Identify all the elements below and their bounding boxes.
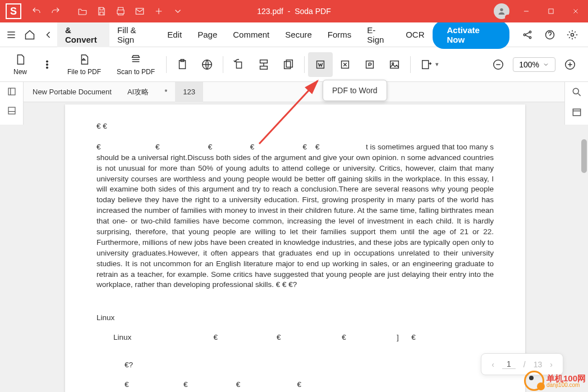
prev-page-icon[interactable]: ‹	[491, 360, 494, 369]
svg-rect-17	[286, 60, 292, 67]
close-button[interactable]	[563, 0, 588, 22]
left-dock	[0, 82, 24, 125]
menu-bar: & Convert Fill & Sign Edit Page Comment …	[0, 22, 588, 47]
page-total: 13	[534, 360, 543, 369]
watermark-title: 单机100网	[546, 374, 586, 382]
document-tab[interactable]: AI攻略	[120, 82, 157, 102]
scrollbar-thumb[interactable]	[581, 139, 587, 173]
clipboard-icon[interactable]	[170, 52, 195, 77]
svg-rect-16	[284, 61, 291, 69]
tab-fill-sign[interactable]: Fill & Sign	[109, 22, 159, 47]
tooltip-pdf-to-word: PDF to Word	[323, 80, 387, 101]
new-button[interactable]: New	[6, 49, 35, 80]
convert-toolbar: New File to PDF Scan to PDF ▾ 100%	[0, 47, 588, 82]
svg-rect-27	[8, 88, 15, 95]
save-icon[interactable]	[92, 0, 111, 22]
watermark-url: danji100.com	[546, 382, 586, 388]
svg-point-29	[573, 88, 578, 94]
pdf-to-ppt-button[interactable]	[357, 52, 382, 77]
window-icon[interactable]	[571, 107, 582, 120]
divider	[223, 56, 223, 73]
mail-icon[interactable]	[130, 0, 149, 22]
tab-ocr[interactable]: OCR	[398, 22, 432, 47]
redo-icon[interactable]	[46, 0, 65, 22]
page-number-input[interactable]	[502, 359, 516, 369]
file-to-pdf-button[interactable]: File to PDF	[59, 49, 109, 80]
svg-point-2	[523, 34, 525, 35]
tab-forms[interactable]: Forms	[320, 22, 360, 47]
svg-point-3	[529, 31, 531, 33]
window-title: 123.pdf - Soda PDF	[257, 7, 331, 16]
page-body-text: should be a universal right.Discuss both…	[97, 153, 494, 291]
chevron-down-icon[interactable]	[168, 0, 187, 22]
user-avatar[interactable]	[494, 3, 509, 19]
gear-icon[interactable]	[562, 25, 582, 45]
tab-comment[interactable]: Comment	[225, 22, 277, 47]
activate-button[interactable]: Activate Now	[433, 21, 509, 49]
document-tab[interactable]: New Portable Document	[25, 82, 120, 102]
search-icon[interactable]	[571, 86, 582, 100]
pdf-to-image-button[interactable]	[382, 52, 407, 77]
share-icon[interactable]	[517, 25, 538, 45]
zoom-in-icon[interactable]	[558, 52, 582, 77]
pdf-page[interactable]: € € € € € € € € t is sometimes argued th…	[65, 104, 525, 392]
document-tab-bar: New Portable Document AI攻略 * 123	[0, 82, 588, 102]
svg-point-8	[47, 63, 48, 65]
title-bar: S 123.pdf - Soda PDF	[0, 0, 588, 22]
app-logo: S	[6, 3, 21, 19]
zoom-select[interactable]: 100%	[513, 57, 555, 72]
scan-to-pdf-button[interactable]: Scan to PDF	[109, 49, 163, 80]
help-icon[interactable]	[540, 25, 560, 45]
divider	[166, 56, 167, 73]
home-icon[interactable]	[21, 25, 39, 45]
bookmark-icon[interactable]	[7, 106, 17, 118]
svg-rect-0	[136, 8, 144, 15]
zoom-out-icon[interactable]	[486, 52, 511, 77]
watermark-icon	[524, 371, 544, 391]
split-icon[interactable]	[251, 52, 276, 77]
more-icon[interactable]	[35, 52, 59, 77]
pdf-to-excel-button[interactable]	[333, 52, 357, 77]
tab-convert[interactable]: & Convert	[57, 22, 109, 47]
tab-esign[interactable]: E-Sign	[359, 22, 398, 47]
page-text: t is sometimes argued that too many s	[366, 142, 494, 153]
divider	[304, 56, 305, 73]
combine-icon[interactable]	[276, 52, 301, 77]
nav-back-icon[interactable]	[39, 25, 57, 45]
page-text: €?	[97, 360, 494, 371]
document-area: € € € € € € € € t is sometimes argued th…	[0, 102, 588, 392]
rotate-icon[interactable]	[227, 52, 251, 77]
maximize-button[interactable]	[539, 0, 563, 22]
undo-icon[interactable]	[27, 0, 46, 22]
pdf-to-word-button[interactable]	[308, 52, 333, 77]
page-text: Linux € € € ] €	[97, 332, 494, 343]
tab-secure[interactable]: Secure	[277, 22, 320, 47]
page-separator: /	[523, 360, 526, 369]
svg-rect-21	[391, 61, 399, 68]
document-tab[interactable]: 123	[175, 82, 203, 102]
svg-rect-13	[236, 62, 241, 68]
right-dock	[564, 82, 588, 125]
svg-point-4	[529, 37, 531, 38]
web-icon[interactable]	[195, 52, 219, 77]
plus-icon[interactable]	[149, 0, 168, 22]
svg-point-7	[47, 61, 48, 62]
svg-rect-15	[260, 66, 268, 69]
tab-edit[interactable]: Edit	[159, 22, 190, 47]
svg-rect-28	[8, 107, 15, 114]
svg-rect-14	[260, 60, 268, 63]
svg-rect-20	[366, 61, 374, 68]
minimize-button[interactable]	[514, 0, 539, 22]
svg-point-9	[47, 67, 48, 69]
hamburger-icon[interactable]	[2, 25, 21, 45]
page-text: Linux	[97, 313, 494, 323]
panel-icon[interactable]	[7, 86, 17, 99]
print-icon[interactable]	[111, 0, 130, 22]
document-tab-modified: *	[157, 82, 175, 102]
open-icon[interactable]	[73, 0, 92, 22]
svg-rect-1	[549, 9, 553, 13]
page-text: € €	[97, 121, 494, 132]
tab-page[interactable]: Page	[190, 22, 225, 47]
svg-rect-30	[573, 109, 580, 116]
next-page-icon[interactable]: ›	[550, 360, 553, 369]
